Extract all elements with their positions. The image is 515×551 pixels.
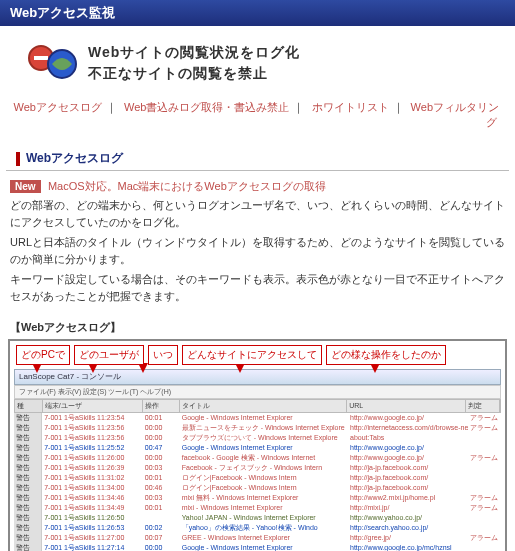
cell-result — [468, 443, 501, 453]
col-user: 端末/ユーザ — [43, 400, 143, 412]
cell-type: 警告 — [14, 443, 42, 453]
subnav-link-write[interactable]: Web書込みログ取得・書込み禁止 — [124, 101, 289, 113]
cell-url: http://www.google.co.jp/mc/hznsl — [348, 543, 468, 551]
cell-url: http://ja-jp.facebook.com/ — [348, 463, 468, 473]
grid-header: 種 端末/ユーザ 操作 タイトル URL 判定 — [14, 399, 501, 413]
col-op: 操作 — [143, 400, 180, 412]
cell-url: http://www.yahoo.co.jp/ — [348, 513, 468, 523]
cell-result — [468, 543, 501, 551]
cell-result — [468, 523, 501, 533]
cell-title: タブブラウズについて - Windows Internet Explore — [180, 433, 348, 443]
cell-result: アラーム — [468, 533, 501, 543]
cell-op: 00:47 — [143, 443, 180, 453]
table-row: 警告7-001 1号aSkills 11:23:5600:00最新ニュースをチェ… — [14, 423, 501, 433]
cell-user: 7-001 1号aSkills 11:26:53 — [42, 523, 143, 533]
callout-op: どの様な操作をしたのか — [326, 345, 446, 365]
cell-url: http://gree.jp/ — [348, 533, 468, 543]
window-menubar: ファイル(F) 表示(V) 設定(S) ツール(T) ヘルプ(H) — [14, 385, 501, 399]
callout-user: どのユーザが — [74, 345, 144, 365]
cell-title: facebook - Google 検索 - Windows Internet — [180, 453, 348, 463]
cell-user: 7-001 1号aSkills 11:31:02 — [42, 473, 143, 483]
hero-line1: Webサイトの閲覧状況をログ化 — [88, 42, 300, 63]
title-bar: Webアクセス監視 — [0, 0, 515, 26]
cell-result: アラーム — [468, 493, 501, 503]
cell-user: 7-001 1号aSkills 11:23:56 — [42, 433, 143, 443]
cell-user: 7-001 1号aSkills 11:27:14 — [42, 543, 143, 551]
table-row: 警告7-001 1号aSkills 11:26:50Yahoo! JAPAN -… — [14, 513, 501, 523]
table-row: 警告7-001 1号aSkills 11:34:4600:03mixi 無料 -… — [14, 493, 501, 503]
screenshot-heading: 【Webアクセスログ】 — [10, 320, 515, 335]
cell-result — [468, 463, 501, 473]
cell-title: ログイン|Facebook - Windows Intern — [180, 473, 348, 483]
col-result: 判定 — [466, 400, 500, 412]
cell-url: http://www.google.co.jp/ — [348, 453, 468, 463]
cell-type: 警告 — [14, 503, 42, 513]
cell-user: 7-001 1号aSkills 11:23:54 — [42, 413, 143, 423]
new-text: MacOS対応。Mac端末におけるWebアクセスログの取得 — [48, 180, 326, 192]
subnav-link-log[interactable]: Webアクセスログ — [14, 101, 102, 113]
cell-url: about:Tabs — [348, 433, 468, 443]
paragraph-1: どの部署の、どの端末から、何というログオンユーザ名で、いつ、どれくらいの時間、ど… — [10, 197, 505, 230]
cell-op: 00:00 — [143, 423, 180, 433]
cell-url: http://internetaccess.com/d/browse-net — [348, 423, 468, 433]
cell-op: 00:46 — [143, 483, 180, 493]
cell-type: 警告 — [14, 463, 42, 473]
cell-result: アラーム — [468, 503, 501, 513]
cell-url: http://search.yahoo.co.jp/ — [348, 523, 468, 533]
callout-when: いつ — [148, 345, 178, 365]
callout-labels: どのPCで どのユーザが いつ どんなサイトにアクセスして どの様な操作をしたの… — [16, 345, 446, 365]
table-row: 警告7-001 1号aSkills 11:26:5300:02「yahoo」の検… — [14, 523, 501, 533]
screenshot: どのPCで どのユーザが いつ どんなサイトにアクセスして どの様な操作をしたの… — [8, 339, 507, 551]
sub-nav: Webアクセスログ｜ Web書込みログ取得・書込み禁止｜ ホワイトリスト｜ We… — [0, 94, 515, 148]
table-row: 警告7-001 1号aSkills 11:23:5600:00タブブラウズについ… — [14, 433, 501, 443]
table-row: 警告7-001 1号aSkills 11:34:0000:46ログイン|Face… — [14, 483, 501, 493]
cell-result: アラーム — [468, 423, 501, 433]
col-url: URL — [347, 400, 466, 412]
subnav-link-whitelist[interactable]: ホワイトリスト — [312, 101, 389, 113]
hero-icon — [26, 42, 78, 84]
cell-title: mixi 無料 - Windows Internet Explorer — [180, 493, 348, 503]
cell-op: 00:00 — [143, 433, 180, 443]
subnav-link-filter[interactable]: Webフィルタリング — [411, 101, 499, 128]
cell-result — [468, 513, 501, 523]
col-type: 種 — [15, 400, 43, 412]
cell-title: Google - Windows Internet Explorer — [180, 413, 348, 423]
section-title-text: Webアクセスログ — [26, 150, 123, 167]
cell-url: http://www.google.co.jp/ — [348, 413, 468, 423]
cell-type: 警告 — [14, 453, 42, 463]
cell-type: 警告 — [14, 523, 42, 533]
cell-url: http://www2.mixi.jp/home.pl — [348, 493, 468, 503]
cell-title: ログイン|Facebook - Windows Intern — [180, 483, 348, 493]
cell-title: 「yahoo」の検索結果 - Yahoo!検索 - Windo — [180, 523, 348, 533]
cell-result: アラーム — [468, 413, 501, 423]
cell-user: 7-001 1号aSkills 11:23:56 — [42, 423, 143, 433]
cell-op: 00:03 — [143, 463, 180, 473]
cell-user: 7-001 1号aSkills 11:25:52 — [42, 443, 143, 453]
table-row: 警告7-001 1号aSkills 11:27:0000:07GREE - Wi… — [14, 533, 501, 543]
cell-op: 00:02 — [143, 523, 180, 533]
callout-pc: どのPCで — [16, 345, 70, 365]
new-row: New MacOS対応。Mac端末におけるWebアクセスログの取得 — [10, 179, 505, 194]
cell-user: 7-001 1号aSkills 11:26:50 — [42, 513, 143, 523]
paragraph-3: キーワード設定している場合は、そのキーワードも表示。表示色が赤となり一目で不正サ… — [10, 271, 505, 304]
cell-type: 警告 — [14, 513, 42, 523]
cell-user: 7-001 1号aSkills 11:26:00 — [42, 453, 143, 463]
cell-op: 00:00 — [143, 543, 180, 551]
cell-op: 00:00 — [143, 453, 180, 463]
paragraph-2: URLと日本語のタイトル（ウィンドウタイトル）を取得するため、どのようなサイトを… — [10, 234, 505, 267]
cell-url: http://ja-jp.facebook.com/ — [348, 473, 468, 483]
cell-title: mixi - Windows Internet Explorer — [180, 503, 348, 513]
section-title: Webアクセスログ — [6, 148, 509, 171]
table-row: 警告7-001 1号aSkills 11:26:0000:00facebook … — [14, 453, 501, 463]
cell-url: http://www.google.co.jp/ — [348, 443, 468, 453]
cell-type: 警告 — [14, 493, 42, 503]
cell-title: Facebook - フェイスブック - Windows Intern — [180, 463, 348, 473]
cell-url: http://mixi.jp/ — [348, 503, 468, 513]
table-row: 警告7-001 1号aSkills 11:27:1400:00Google - … — [14, 543, 501, 551]
table-row: 警告7-001 1号aSkills 11:25:5200:47Google - … — [14, 443, 501, 453]
cell-user: 7-001 1号aSkills 11:27:00 — [42, 533, 143, 543]
cell-url: http://ja-jp.facebook.com/ — [348, 483, 468, 493]
hero: Webサイトの閲覧状況をログ化 不正なサイトの閲覧を禁止 — [0, 26, 515, 94]
table-row: 警告7-001 1号aSkills 11:23:5400:01Google - … — [14, 413, 501, 423]
cell-type: 警告 — [14, 543, 42, 551]
